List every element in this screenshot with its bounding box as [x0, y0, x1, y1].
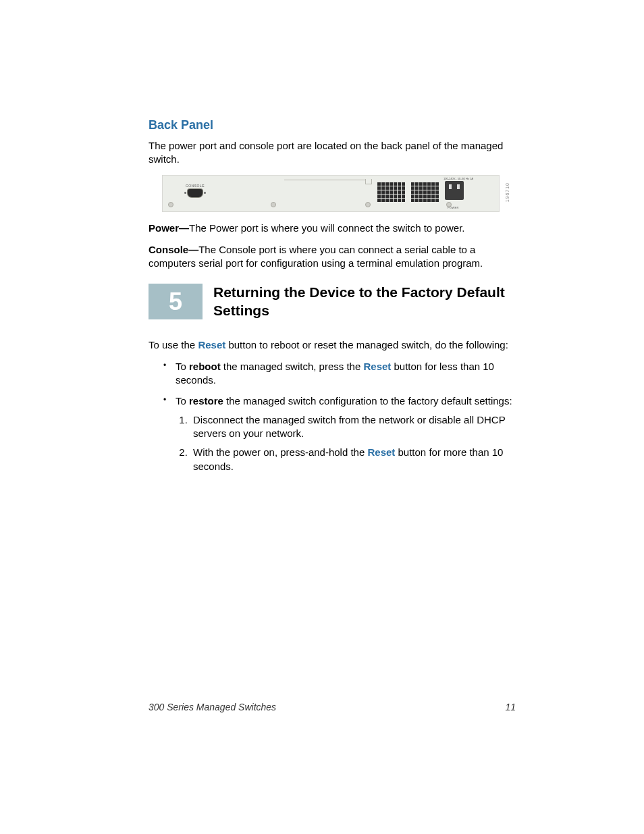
screw-icon: [271, 202, 276, 207]
console-port-icon: [184, 189, 206, 197]
console-def: The Console port is where you can connec…: [149, 244, 483, 269]
intro-pre: To use the: [149, 339, 198, 350]
list-item: With the power on, press-and-hold the Re…: [190, 446, 516, 473]
section-back-panel: Back Panel The power port and console po…: [149, 118, 516, 270]
console-description: Console—The Console port is where you ca…: [149, 243, 516, 271]
footer-product-name: 300 Series Managed Switches: [149, 702, 276, 712]
section-heading: Back Panel: [149, 118, 516, 132]
bracket-icon: [365, 179, 372, 184]
page-number: 11: [505, 702, 516, 712]
list-item: Disconnect the managed switch from the n…: [190, 413, 516, 441]
vent-grid-icon: [377, 182, 405, 202]
power-description: Power—The Power port is where you will c…: [149, 221, 516, 235]
list-item: To reboot the managed switch, press the …: [163, 360, 516, 388]
reset-keyword: Reset: [198, 339, 225, 350]
dot-icon: [204, 192, 206, 194]
prong-icon: [457, 184, 460, 189]
prong-icon: [449, 184, 452, 189]
li-bold: restore: [189, 395, 223, 407]
power-term: Power—: [149, 222, 189, 234]
intro-post: button to reboot or reset the managed sw…: [225, 339, 508, 350]
console-label: CONSOLE: [184, 184, 206, 188]
li-bold: reboot: [189, 361, 221, 372]
db9-port-icon: [188, 189, 203, 197]
divider-line: [284, 180, 365, 180]
console-port-group: CONSOLE: [184, 184, 206, 197]
diagram-reference-code: 196710: [505, 182, 510, 202]
back-panel-intro: The power port and console port are loca…: [149, 139, 516, 167]
section-5-title: Returning the Device to the Factory Defa…: [203, 284, 516, 319]
vent-grid-icon: [411, 182, 439, 202]
section-5-intro: To use the Reset button to reboot or res…: [149, 338, 516, 352]
li-post: the managed switch configuration to the …: [223, 395, 512, 407]
list-item: To restore the managed switch configurat…: [163, 394, 516, 473]
step-text: Disconnect the managed switch from the n…: [193, 414, 505, 439]
power-rating-label: 100-240V– 50–60 Hz 1A: [444, 177, 473, 180]
reset-keyword: Reset: [363, 361, 391, 372]
screw-icon: [168, 202, 173, 207]
li-mid: the managed switch, press the: [221, 361, 364, 372]
power-label: POWER: [448, 206, 459, 209]
li-pre: To: [176, 395, 189, 407]
li-pre: To: [176, 361, 189, 372]
section-5-header: 5 Returning the Device to the Factory De…: [149, 284, 516, 319]
dot-icon: [184, 192, 186, 194]
page-footer: 300 Series Managed Switches 11: [149, 702, 516, 712]
back-panel-diagram: CONSOLE: [162, 175, 500, 212]
reset-keyword: Reset: [367, 446, 395, 458]
section-number-badge: 5: [149, 284, 203, 319]
screw-icon: [365, 202, 371, 207]
restore-steps-list: Disconnect the managed switch from the n…: [190, 413, 516, 473]
reset-instructions-list: To reboot the managed switch, press the …: [163, 360, 516, 473]
step-pre: With the power on, press-and-hold the: [193, 446, 367, 458]
console-term: Console—: [149, 244, 198, 255]
power-socket-icon: [445, 181, 464, 200]
document-page: Back Panel The power port and console po…: [0, 0, 644, 834]
power-def: The Power port is where you will connect…: [189, 222, 465, 234]
